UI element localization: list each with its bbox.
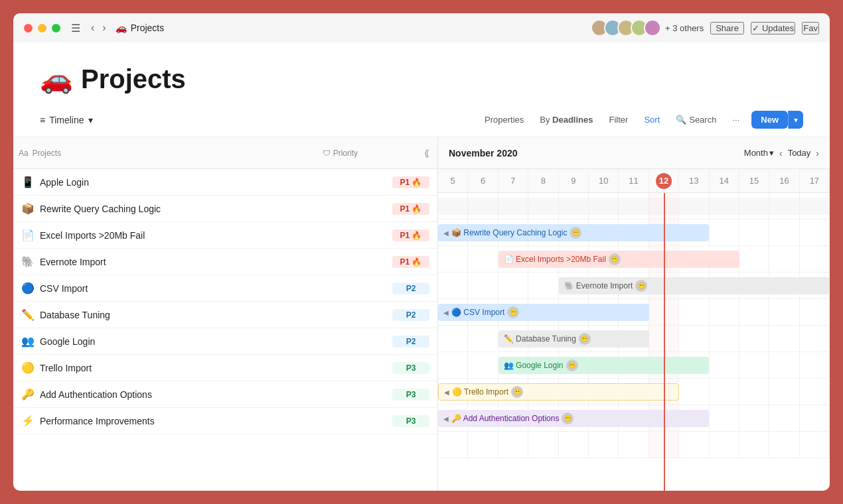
- priority-badge: P3: [392, 362, 429, 374]
- new-dropdown-button[interactable]: ▾: [788, 111, 803, 129]
- today-button[interactable]: Today: [788, 148, 811, 158]
- project-row[interactable]: 🟡 Trello Import P3: [13, 355, 437, 381]
- share-button[interactable]: Share: [710, 22, 744, 34]
- collapse-button[interactable]: ⟪: [422, 145, 432, 161]
- calendar-rows: ◀📦 Rewrite Query Caching Logic😶📄 Excel I…: [438, 193, 830, 458]
- day-number: 10: [599, 176, 608, 186]
- bar-avatar: 😶: [566, 359, 578, 371]
- bar-back-button[interactable]: ◀: [443, 229, 449, 237]
- day-number: 7: [510, 176, 515, 186]
- day-column-header: 5: [438, 169, 468, 192]
- search-button[interactable]: 🔍 Search: [672, 112, 720, 127]
- chevron-down-icon: ▾: [769, 148, 774, 158]
- day-number: 8: [541, 176, 546, 186]
- properties-button[interactable]: Properties: [481, 112, 528, 127]
- calendar-row: ◀📦 Rewrite Query Caching Logic😶: [438, 220, 830, 246]
- calendar-cell: [528, 432, 558, 458]
- left-panel-header: Aa Projects 🛡 Priority ⟪: [13, 137, 437, 169]
- day-column-header: 10: [589, 169, 619, 192]
- timeline-bar[interactable]: ◀🟡 Trello Import😶: [438, 383, 679, 401]
- project-row[interactable]: 🐘 Evernote Import P1 🔥: [13, 249, 437, 275]
- calendar-cell: [438, 326, 468, 351]
- fullscreen-button[interactable]: [52, 24, 60, 32]
- bar-label: 🟡 Trello Import: [452, 387, 508, 397]
- calendar-cell: [739, 352, 769, 378]
- calendar-nav: Month ▾ ‹ Today ›: [744, 148, 819, 158]
- row-label: Database Tuning: [40, 310, 392, 320]
- project-row[interactable]: 📱 Apple Login P1 🔥: [13, 169, 437, 196]
- text-icon: Aa: [19, 149, 29, 158]
- calendar-row: [438, 193, 830, 220]
- calendar-cell: [739, 299, 769, 325]
- by-deadlines-button[interactable]: By Deadlines: [536, 112, 597, 127]
- day-number: 9: [571, 176, 575, 186]
- calendar-cell: [438, 432, 468, 458]
- calendar-cell: [739, 379, 769, 405]
- traffic-lights: [24, 24, 60, 32]
- sort-button[interactable]: Sort: [640, 112, 664, 127]
- row-label: Evernote Import: [40, 257, 392, 267]
- project-row[interactable]: ✏️ Database Tuning P2: [13, 302, 437, 328]
- by-label: By: [540, 115, 550, 125]
- calendar-cell: [679, 299, 709, 325]
- timeline-bar[interactable]: 👥 Google Login😶: [498, 357, 710, 374]
- calendar-cell: [769, 379, 799, 405]
- month-title: November 2020: [449, 148, 739, 158]
- timeline-bar[interactable]: ◀📦 Rewrite Query Caching Logic😶: [438, 224, 709, 241]
- project-row[interactable]: 📦 Rewrite Query Caching Logic P1 🔥: [13, 196, 437, 222]
- timeline-bar[interactable]: ✏️ Database Tuning😶: [498, 330, 649, 347]
- fav-button[interactable]: Fav: [802, 22, 819, 34]
- priority-badge: P1 🔥: [392, 229, 429, 241]
- row-label: Excel Imports >20Mb Fail: [40, 230, 392, 241]
- close-button[interactable]: [24, 24, 33, 32]
- row-label: Performance Improvements: [40, 416, 392, 426]
- timeline-bar[interactable]: ◀🔵 CSV Import😶: [438, 304, 649, 321]
- timeline-bar[interactable]: [438, 198, 830, 215]
- day-number: 11: [629, 176, 638, 186]
- updates-button[interactable]: ✓ Updates: [751, 22, 795, 34]
- bar-avatar: 😶: [562, 412, 574, 424]
- calendar-cell: [679, 432, 709, 458]
- forward-arrow[interactable]: ›: [100, 21, 108, 35]
- today-line: [664, 193, 665, 491]
- day-column-header: 11: [619, 169, 649, 192]
- priority-badge: P1 🔥: [392, 256, 429, 268]
- timeline-bar[interactable]: 📄 Excel Imports >20Mb Fail😶: [498, 251, 739, 268]
- calendar-row: [438, 432, 830, 458]
- timeline-bar[interactable]: ◀🔑 Add Authentication Options😶: [438, 410, 709, 427]
- calendar-cell: [739, 405, 769, 431]
- project-row[interactable]: 📄 Excel Imports >20Mb Fail P1 🔥: [13, 222, 437, 249]
- page-title-text: Projects: [81, 64, 186, 94]
- timeline-bar[interactable]: 🐘 Evernote Import😶: [559, 277, 830, 294]
- project-row[interactable]: 🔑 Add Authentication Options P3: [13, 381, 437, 408]
- new-button[interactable]: New: [751, 111, 788, 129]
- calendar-cell: [769, 246, 799, 272]
- filter-button[interactable]: Filter: [605, 112, 632, 127]
- project-row[interactable]: 👥 Google Login P2: [13, 328, 437, 355]
- calendar-cell: [739, 220, 769, 245]
- checkmark-icon: ✓: [752, 23, 759, 33]
- view-toggle[interactable]: ≡ Timeline ▾: [40, 115, 93, 125]
- bar-avatar: 😶: [511, 386, 523, 398]
- bar-back-button[interactable]: ◀: [443, 309, 449, 316]
- calendar-cell: [589, 432, 619, 458]
- calendar-cell: [769, 326, 799, 351]
- shield-icon: 🛡: [323, 149, 331, 158]
- calendar-cell: [498, 432, 528, 458]
- more-options-button[interactable]: ···: [728, 112, 743, 127]
- chevron-down-icon: ▾: [88, 115, 93, 125]
- calendar-cell: [468, 273, 498, 298]
- next-month-button[interactable]: ›: [816, 148, 819, 158]
- menu-icon[interactable]: ☰: [71, 22, 80, 34]
- bar-back-button[interactable]: ◀: [444, 389, 449, 396]
- calendar-header: November 2020 Month ▾ ‹ Today ›: [438, 137, 830, 169]
- project-row[interactable]: 🔵 CSV Import P2: [13, 275, 437, 302]
- bar-back-button[interactable]: ◀: [443, 415, 449, 422]
- month-dropdown[interactable]: Month ▾: [744, 148, 774, 158]
- calendar-cell: [468, 352, 498, 378]
- minimize-button[interactable]: [38, 24, 46, 32]
- prev-month-button[interactable]: ‹: [779, 148, 783, 158]
- project-row[interactable]: ⚡ Performance Improvements P3: [13, 408, 437, 434]
- back-arrow[interactable]: ‹: [88, 21, 97, 35]
- calendar-cell: [769, 352, 799, 378]
